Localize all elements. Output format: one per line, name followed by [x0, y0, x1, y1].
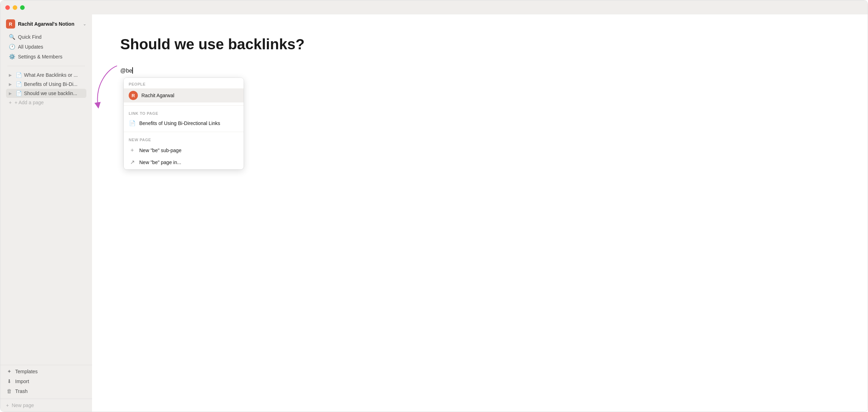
- minimize-button[interactable]: [13, 5, 17, 10]
- page-chevron-icon: ▶: [9, 91, 14, 96]
- plus-icon: ＋: [129, 146, 136, 154]
- add-page-label: + Add a page: [14, 100, 44, 105]
- trash-label: Trash: [15, 388, 27, 394]
- search-icon: 🔍: [9, 34, 15, 40]
- external-link-icon: ↗: [129, 159, 136, 166]
- sidebar-item-all-updates[interactable]: 🕐 All Updates: [6, 42, 86, 52]
- title-bar: [0, 0, 868, 14]
- page-chevron-icon: ▶: [9, 82, 14, 87]
- templates-icon: ✦: [6, 368, 12, 375]
- page-link-label: Benefits of Using Bi-Directional Links: [139, 120, 220, 126]
- maximize-button[interactable]: [20, 5, 25, 10]
- sidebar-item-trash[interactable]: 🗑 Trash: [3, 386, 89, 396]
- sidebar-item-templates[interactable]: ✦ Templates: [3, 367, 89, 376]
- clock-icon: 🕐: [9, 44, 15, 50]
- new-subpage-label: New "be" sub-page: [139, 148, 182, 153]
- editor-at-mention: @be: [120, 68, 132, 74]
- dropdown-section-people: PEOPLE R Rachit Agarwal: [124, 78, 244, 104]
- plus-icon: +: [9, 100, 12, 105]
- mention-dropdown: PEOPLE R Rachit Agarwal LINK TO PAGE 📄 B…: [124, 78, 244, 169]
- plus-icon: +: [6, 402, 9, 408]
- sidebar-item-settings[interactable]: ⚙️ Settings & Members: [6, 52, 86, 62]
- editor-area[interactable]: @be PEOPLE R Rachit Agarwal LINK TO: [120, 67, 839, 74]
- dropdown-section-link-to-page: LINK TO PAGE 📄 Benefits of Using Bi-Dire…: [124, 107, 244, 130]
- workspace-header[interactable]: R Rachit Agarwal's Notion ⌄: [3, 17, 89, 31]
- trash-icon: 🗑: [6, 388, 12, 394]
- person-name: Rachit Agarwal: [141, 93, 174, 98]
- templates-label: Templates: [15, 369, 38, 374]
- sidebar-page-item-active[interactable]: ▶ 📄 Should we use backlin...: [6, 89, 86, 98]
- sidebar-item-quick-find[interactable]: 🔍 Quick Find: [6, 32, 86, 42]
- document-icon: 📄: [16, 72, 22, 78]
- document-icon: 📄: [16, 81, 22, 87]
- dropdown-item-person[interactable]: R Rachit Agarwal: [124, 88, 244, 102]
- sidebar-item-import[interactable]: ⬇ Import: [3, 376, 89, 386]
- sidebar-pages: ▶ 📄 What Are Backlinks or ... ▶ 📄 Benefi…: [3, 69, 89, 108]
- import-icon: ⬇: [6, 378, 12, 385]
- add-page-button[interactable]: + + Add a page: [6, 98, 86, 107]
- dropdown-item-new-subpage[interactable]: ＋ New "be" sub-page: [124, 144, 244, 156]
- dropdown-section-new-page: NEW PAGE ＋ New "be" sub-page ↗ New "be" …: [124, 133, 244, 169]
- sidebar-nav: 🔍 Quick Find 🕐 All Updates ⚙️ Settings &…: [3, 31, 89, 63]
- chevron-down-icon: ⌄: [83, 21, 86, 26]
- new-page-in-label: New "be" page in...: [139, 160, 181, 165]
- sidebar-page-item[interactable]: ▶ 📄 What Are Backlinks or ...: [6, 70, 86, 80]
- sidebar-item-label: Quick Find: [18, 34, 42, 40]
- document-icon: 📄: [129, 120, 136, 126]
- workspace-name: Rachit Agarwal's Notion: [18, 21, 80, 27]
- dropdown-item-page[interactable]: 📄 Benefits of Using Bi-Directional Links: [124, 118, 244, 129]
- main-content: Should we use backlinks? @be: [92, 14, 868, 412]
- page-chevron-icon: ▶: [9, 73, 14, 77]
- close-button[interactable]: [5, 5, 10, 10]
- page-title: Should we use backlin...: [24, 90, 84, 96]
- dropdown-section-label: PEOPLE: [124, 81, 244, 88]
- person-avatar: R: [129, 91, 138, 100]
- import-label: Import: [15, 379, 29, 384]
- workspace-avatar: R: [6, 19, 15, 29]
- dropdown-item-new-page-in[interactable]: ↗ New "be" page in...: [124, 156, 244, 168]
- new-page-button[interactable]: + New page: [0, 399, 92, 412]
- sidebar-item-label: All Updates: [18, 44, 43, 50]
- sidebar-page-item[interactable]: ▶ 📄 Benefits of Using Bi-Di...: [6, 80, 86, 89]
- text-cursor: [132, 67, 133, 74]
- sidebar-item-label: Settings & Members: [18, 54, 62, 60]
- dropdown-section-label: LINK TO PAGE: [124, 110, 244, 118]
- document-icon: 📄: [16, 90, 22, 96]
- new-page-label: New page: [12, 402, 34, 408]
- sidebar-bottom: ✦ Templates ⬇ Import 🗑 Trash: [0, 365, 92, 397]
- sidebar-divider: [7, 66, 85, 66]
- page-title: What Are Backlinks or ...: [24, 72, 84, 78]
- dropdown-section-label: NEW PAGE: [124, 136, 244, 144]
- dropdown-divider: [124, 105, 244, 106]
- page-title: Should we use backlinks?: [120, 36, 839, 53]
- dropdown-divider: [124, 132, 244, 132]
- page-title: Benefits of Using Bi-Di...: [24, 81, 84, 87]
- sidebar: R Rachit Agarwal's Notion ⌄ 🔍 Quick Find…: [0, 14, 92, 412]
- gear-icon: ⚙️: [9, 54, 15, 60]
